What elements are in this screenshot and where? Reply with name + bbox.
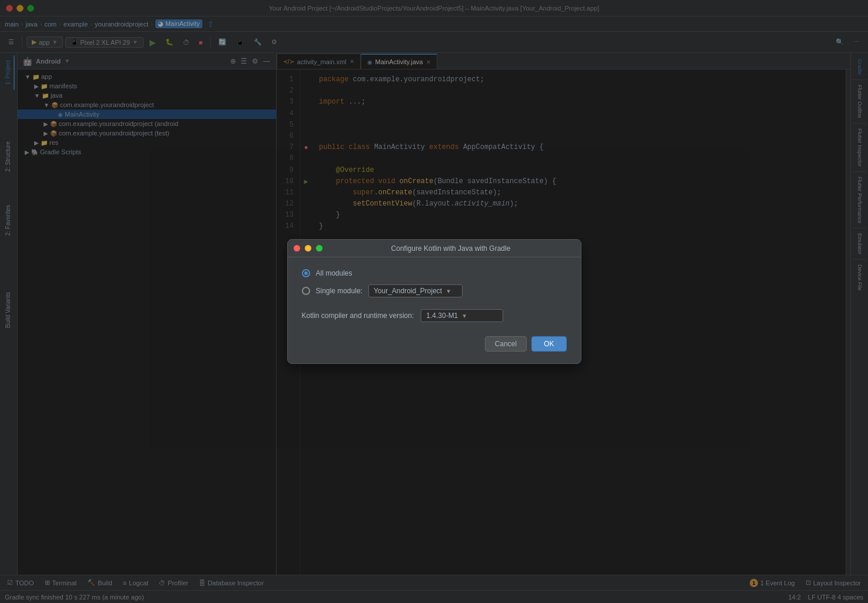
ok-button[interactable]: OK [531,336,566,352]
version-dropdown-arrow-icon: ▼ [461,313,467,319]
dropdown-arrow-icon: ▼ [445,288,451,294]
dialog-body: All modules Single module: Your_Android_… [288,257,581,363]
single-module-label: Single module: [316,287,363,295]
all-modules-radio[interactable] [302,269,310,277]
version-label: Kotlin compiler and runtime version: [302,312,414,320]
single-module-radio[interactable] [302,287,310,295]
cancel-button[interactable]: Cancel [485,336,527,352]
version-row: Kotlin compiler and runtime version: 1.4… [302,309,567,322]
all-modules-row: All modules [302,269,567,277]
dialog-minimize-button[interactable] [305,245,311,251]
module-selection-group: All modules Single module: Your_Android_… [302,269,567,297]
dialog-titlebar: Configure Kotlin with Java with Gradle [288,240,581,257]
all-modules-label: All modules [316,269,352,277]
dialog-maximize-button[interactable] [316,245,322,251]
radio-dot [304,271,308,275]
single-module-row: Single module: Your_Android_Project ▼ [302,284,567,297]
module-dropdown[interactable]: Your_Android_Project ▼ [368,284,463,297]
configure-kotlin-dialog: Configure Kotlin with Java with Gradle A… [287,239,581,364]
dialog-close-button[interactable] [294,245,300,251]
dialog-buttons: Cancel OK [302,334,567,352]
dialog-title: Configure Kotlin with Java with Gradle [327,244,575,253]
kotlin-version-dropdown[interactable]: 1.4.30-M1 ▼ [421,309,503,322]
dialog-overlay: Configure Kotlin with Java with Gradle A… [0,0,868,603]
